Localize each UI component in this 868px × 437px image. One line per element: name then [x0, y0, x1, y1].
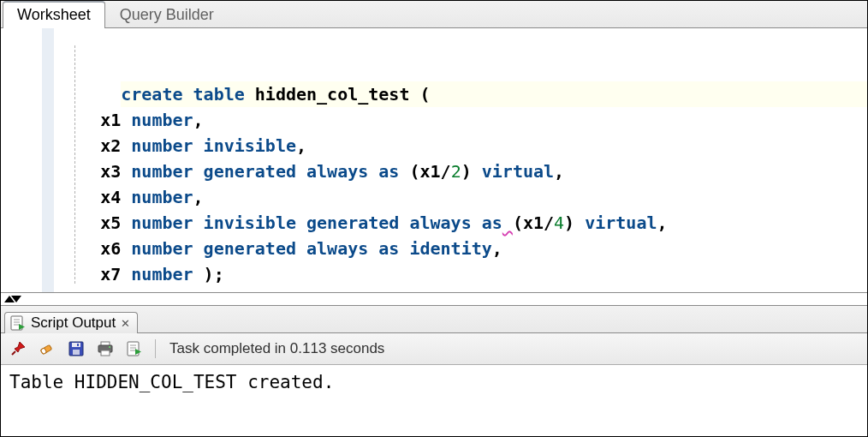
code-token: invisible [204, 213, 296, 233]
code-token: identity [409, 238, 491, 259]
code-line[interactable]: x6 number generated always as identity, [59, 236, 862, 261]
tab-script-output[interactable]: Script Output ✕ [4, 312, 138, 333]
code-token [409, 84, 419, 105]
code-token: number [131, 161, 193, 182]
code-line[interactable]: create table hidden_col_test ( [121, 81, 867, 107]
editor-body: − create table hidden_col_test ( x1 numb… [1, 28, 867, 292]
pin-icon[interactable] [8, 338, 28, 359]
code-token [472, 161, 482, 182]
svg-rect-11 [73, 350, 80, 355]
toolbar-separator [155, 339, 156, 358]
svg-rect-10 [72, 343, 80, 347]
code-token: ( [419, 84, 430, 105]
code-token: generated [306, 213, 399, 233]
code-token: , [193, 187, 204, 207]
code-line[interactable]: x5 number invisible generated always as … [59, 210, 862, 236]
scroll-icon[interactable] [124, 338, 145, 359]
code-token [296, 213, 306, 233]
code-token: ; [214, 264, 224, 284]
code-token: x5 [100, 213, 131, 233]
code-token: table [193, 84, 245, 105]
code-token: create [121, 84, 182, 105]
code-token: as [482, 213, 502, 233]
code-line[interactable]: x7 number ); [59, 261, 862, 287]
task-status: Task completed in 0.113 seconds [166, 340, 384, 357]
output-tabstrip: Script Output ✕ [1, 306, 867, 333]
tab-query-builder-label: Query Builder [120, 6, 214, 23]
code-token [574, 213, 585, 233]
code-token: x7 [100, 264, 131, 284]
code-token: virtual [585, 213, 657, 233]
code-token: virtual [482, 161, 554, 182]
close-icon[interactable]: ✕ [121, 317, 130, 330]
code-token: ) [564, 213, 574, 233]
code-token: always [409, 213, 471, 233]
code-token: number [131, 238, 193, 259]
code-token: x1 [100, 110, 131, 130]
svg-marker-5 [15, 342, 25, 352]
code-token: generated [204, 238, 296, 259]
output-pane: Script Output ✕ [1, 305, 867, 436]
code-token: ( [409, 161, 419, 182]
code-token: number [131, 264, 193, 284]
code-token: generated [204, 161, 296, 182]
code-token: 2 [451, 161, 461, 182]
indent-guide [74, 45, 75, 284]
code-token: x2 [100, 135, 131, 156]
tab-script-output-label: Script Output [31, 314, 116, 332]
svg-line-6 [12, 351, 15, 355]
code-token: x4 [100, 187, 131, 207]
print-icon[interactable] [95, 338, 116, 359]
code-token: as [378, 238, 399, 259]
save-icon[interactable] [66, 338, 86, 359]
code-token: always [306, 161, 368, 182]
code-token: , [492, 238, 502, 259]
output-body[interactable]: Table HIDDEN_COL_TEST created. [1, 365, 867, 436]
code-token [193, 161, 204, 182]
code-token: number [131, 213, 193, 233]
code-token [368, 161, 378, 182]
code-token [193, 264, 204, 284]
code-token: hidden_col_test [255, 84, 410, 105]
code-token: x3 [100, 161, 131, 182]
sql-developer-window: Worksheet Query Builder − create table h… [0, 0, 868, 437]
code-token: 4 [554, 213, 564, 233]
output-toolbar: Task completed in 0.113 seconds [1, 333, 867, 365]
code-token [193, 213, 204, 233]
code-token: ) [204, 264, 214, 284]
code-token: always [306, 238, 368, 259]
collapse-down-icon[interactable] [11, 296, 21, 302]
code-token: , [193, 110, 204, 130]
code-token [399, 238, 409, 259]
code-token: , [657, 213, 668, 233]
tab-worksheet[interactable]: Worksheet [3, 1, 105, 28]
code-token: x6 [100, 238, 131, 259]
breakpoint-gutter[interactable] [1, 28, 42, 292]
pane-splitter[interactable] [1, 293, 867, 305]
tab-query-builder[interactable]: Query Builder [105, 2, 229, 28]
code-token: / [544, 213, 554, 233]
code-line[interactable]: x1 number, [59, 107, 862, 133]
editor-tabstrip: Worksheet Query Builder [1, 1, 867, 28]
code-token [193, 135, 204, 156]
code-token: x1 [420, 161, 441, 182]
code-line[interactable]: x4 number, [59, 184, 862, 210]
code-token: number [131, 110, 193, 130]
code-editor[interactable]: create table hidden_col_test ( x1 number… [42, 28, 867, 292]
code-token [245, 84, 255, 105]
code-token [296, 238, 306, 259]
code-token [296, 161, 306, 182]
code-token: , [296, 135, 306, 156]
code-line[interactable]: x2 number invisible, [59, 133, 862, 159]
erase-icon[interactable] [37, 338, 57, 359]
code-token: number [131, 135, 193, 156]
code-token [472, 213, 482, 233]
code-token: / [441, 161, 451, 182]
code-token [399, 161, 409, 182]
svg-rect-12 [77, 344, 79, 346]
code-token [399, 213, 409, 233]
code-token: as [378, 161, 399, 182]
code-line[interactable]: x3 number generated always as (x1/2) vir… [59, 159, 862, 184]
svg-rect-15 [101, 350, 110, 356]
svg-point-16 [109, 346, 110, 348]
